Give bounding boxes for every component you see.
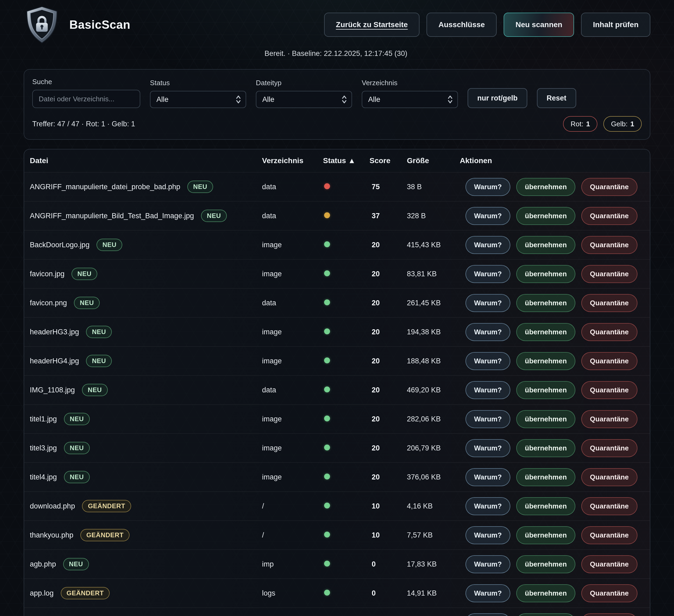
- table-row: agb.php NEU imp 0 17,83 KB Warum? überne…: [24, 549, 650, 578]
- status-select[interactable]: Alle: [150, 91, 246, 108]
- file-cell: headerHG3.jpg NEU: [30, 326, 262, 338]
- file-cell: titel4.jpg NEU: [30, 471, 262, 483]
- select-chevron-icon: [447, 95, 453, 104]
- actions-cell: Warum? übernehmen Quarantäne: [460, 265, 644, 283]
- results-summary: Treffer: 47 / 47 · Rot: 1 · Gelb: 1: [32, 120, 135, 128]
- accept-button[interactable]: übernehmen: [516, 584, 575, 602]
- why-button[interactable]: Warum?: [465, 236, 510, 254]
- filetype-select[interactable]: Alle: [256, 91, 352, 108]
- why-button[interactable]: Warum?: [465, 381, 510, 399]
- file-name: download.php: [30, 502, 75, 510]
- quarantine-button[interactable]: Quarantäne: [581, 265, 638, 283]
- size-cell: 261,45 KB: [407, 299, 460, 307]
- directory-cell: image: [262, 473, 323, 481]
- status-dot: [324, 241, 330, 247]
- scan-status-line: Bereit. · Baseline: 22.12.2025, 12:17:45…: [21, 49, 650, 58]
- quarantine-button[interactable]: Quarantäne: [581, 294, 638, 312]
- file-cell: BackDoorLogo.jpg NEU: [30, 239, 262, 251]
- why-button[interactable]: Warum?: [465, 584, 510, 602]
- table-row: favicon.png NEU data 20 261,45 KB Warum?…: [24, 288, 650, 317]
- accept-button[interactable]: übernehmen: [516, 265, 575, 283]
- quarantine-button[interactable]: Quarantäne: [581, 497, 638, 515]
- table-row: thankyou.php GEÄNDERT / 10 7,57 KB Warum…: [24, 520, 650, 549]
- file-name: ANGRIFF_manupulierte_datei_probe_bad.php: [30, 183, 180, 191]
- accept-button[interactable]: übernehmen: [516, 439, 575, 457]
- quarantine-button[interactable]: Quarantäne: [581, 410, 638, 428]
- quarantine-button[interactable]: Quarantäne: [581, 352, 638, 370]
- why-button[interactable]: Warum?: [465, 526, 510, 544]
- quarantine-button[interactable]: Quarantäne: [581, 555, 638, 573]
- quarantine-button[interactable]: Quarantäne: [581, 526, 638, 544]
- accept-button[interactable]: übernehmen: [516, 352, 575, 370]
- why-button[interactable]: Warum?: [465, 352, 510, 370]
- score-cell: 20: [369, 473, 407, 481]
- quarantine-button[interactable]: Quarantäne: [581, 613, 638, 616]
- quarantine-button[interactable]: Quarantäne: [581, 381, 638, 399]
- accept-button[interactable]: übernehmen: [516, 497, 575, 515]
- score-cell: 20: [369, 444, 407, 452]
- size-cell: 14,91 KB: [407, 589, 460, 598]
- why-button[interactable]: Warum?: [465, 497, 510, 515]
- accept-button[interactable]: übernehmen: [516, 613, 575, 616]
- actions-cell: Warum? übernehmen Quarantäne: [460, 323, 644, 341]
- accept-button[interactable]: übernehmen: [516, 381, 575, 399]
- file-name: favicon.jpg: [30, 270, 65, 278]
- why-button[interactable]: Warum?: [465, 613, 510, 616]
- file-cell: headerHG4.jpg NEU: [30, 355, 262, 367]
- rescan-button[interactable]: Neu scannen: [503, 13, 574, 37]
- search-input[interactable]: [32, 90, 140, 108]
- quarantine-button[interactable]: Quarantäne: [581, 178, 638, 196]
- exclusions-button[interactable]: Ausschlüsse: [427, 13, 496, 37]
- size-cell: 376,06 KB: [407, 473, 460, 481]
- quarantine-button[interactable]: Quarantäne: [581, 468, 638, 486]
- file-cell: ANGRIFF_manupulierte_Bild_Test_Bad_Image…: [30, 210, 262, 222]
- why-button[interactable]: Warum?: [465, 410, 510, 428]
- why-button[interactable]: Warum?: [465, 207, 510, 225]
- actions-cell: Warum? übernehmen Quarantäne: [460, 410, 644, 428]
- actions-cell: Warum? übernehmen Quarantäne: [460, 613, 644, 616]
- accept-button[interactable]: übernehmen: [516, 468, 575, 486]
- size-cell: 469,20 KB: [407, 386, 460, 394]
- accept-button[interactable]: übernehmen: [516, 410, 575, 428]
- quarantine-button[interactable]: Quarantäne: [581, 207, 638, 225]
- why-button[interactable]: Warum?: [465, 294, 510, 312]
- directory-select[interactable]: Alle: [362, 91, 458, 108]
- column-header-score[interactable]: Score: [369, 157, 407, 165]
- why-button[interactable]: Warum?: [465, 468, 510, 486]
- check-content-button[interactable]: Inhalt prüfen: [581, 13, 650, 37]
- back-to-start-button[interactable]: Zurück zu Startseite: [324, 13, 420, 37]
- accept-button[interactable]: übernehmen: [516, 555, 575, 573]
- file-status-badge: GEÄNDERT: [61, 587, 110, 599]
- why-button[interactable]: Warum?: [465, 439, 510, 457]
- accept-button[interactable]: übernehmen: [516, 236, 575, 254]
- app-title: BasicScan: [69, 18, 130, 31]
- only-red-yellow-button[interactable]: nur rot/gelb: [468, 88, 527, 108]
- accept-button[interactable]: übernehmen: [516, 526, 575, 544]
- why-button[interactable]: Warum?: [465, 555, 510, 573]
- column-header-status[interactable]: Status ▲: [323, 157, 369, 165]
- table-row: IMG_1108.jpg NEU data 20 469,20 KB Warum…: [24, 375, 650, 404]
- status-cell: [323, 589, 369, 598]
- status-cell: [323, 444, 369, 452]
- accept-button[interactable]: übernehmen: [516, 323, 575, 341]
- quarantine-button[interactable]: Quarantäne: [581, 236, 638, 254]
- accept-button[interactable]: übernehmen: [516, 178, 575, 196]
- accept-button[interactable]: übernehmen: [516, 207, 575, 225]
- quarantine-button[interactable]: Quarantäne: [581, 584, 638, 602]
- file-status-badge: GEÄNDERT: [82, 500, 131, 512]
- file-cell: app.log GEÄNDERT: [30, 587, 262, 599]
- table-row: ANGRIFF_manupulierte_Bild_Test_Bad_Image…: [24, 201, 650, 230]
- why-button[interactable]: Warum?: [465, 265, 510, 283]
- quarantine-button[interactable]: Quarantäne: [581, 439, 638, 457]
- why-button[interactable]: Warum?: [465, 323, 510, 341]
- why-button[interactable]: Warum?: [465, 178, 510, 196]
- search-label: Suche: [32, 78, 140, 86]
- column-header-file[interactable]: Datei: [30, 157, 262, 165]
- quarantine-button[interactable]: Quarantäne: [581, 323, 638, 341]
- column-header-size[interactable]: Größe: [407, 157, 460, 165]
- accept-button[interactable]: übernehmen: [516, 294, 575, 312]
- file-status-badge: NEU: [201, 210, 227, 222]
- column-header-directory[interactable]: Verzeichnis: [262, 157, 323, 165]
- reset-button[interactable]: Reset: [537, 88, 576, 108]
- actions-cell: Warum? übernehmen Quarantäne: [460, 526, 644, 544]
